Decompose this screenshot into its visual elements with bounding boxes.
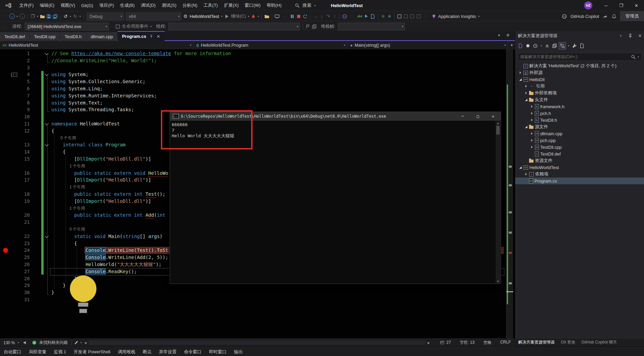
application-insights-icon[interactable] — [431, 13, 437, 20]
track-changes-pen-icon[interactable] — [73, 339, 79, 346]
nav-forward-icon[interactable]: → — [20, 14, 25, 19]
tab-testdll-cpp[interactable]: TestDll.cpp — [30, 32, 60, 41]
pause-icon[interactable] — [289, 13, 295, 20]
panel-menu-chevron-icon[interactable]: ▾ — [619, 34, 622, 38]
document-options-gear-icon[interactable]: ⚙ — [506, 33, 509, 38]
codelens-references[interactable]: 0 个引用 — [51, 135, 76, 142]
zoom-combo[interactable]: 130 %▾ — [3, 340, 20, 345]
expanded-arrow-icon[interactable] — [524, 99, 529, 101]
github-copilot-icon[interactable] — [561, 13, 568, 20]
restore-button[interactable]: ❐ — [614, 0, 629, 11]
solution-search-box[interactable]: ▾ — [518, 53, 642, 61]
chevron-down-icon[interactable]: ▾ — [477, 15, 480, 18]
application-insights-label[interactable]: Application Insights — [438, 14, 476, 19]
nav-combo-1[interactable]: {}HelloWorldTest.Program▾ — [194, 41, 348, 49]
chevron-down-icon[interactable]: ▾ — [78, 15, 82, 18]
collapsed-arrow-icon[interactable] — [529, 139, 534, 142]
tree-item[interactable]: ++pch.cpp — [515, 137, 644, 144]
thread-combo[interactable]: ▾ — [168, 23, 300, 30]
collapsed-arrow-icon[interactable] — [529, 132, 534, 135]
collapsed-arrow-icon[interactable] — [518, 71, 523, 74]
collapsed-arrow-icon[interactable] — [529, 119, 534, 121]
fold-chevron-icon[interactable] — [45, 121, 48, 125]
open-folder-icon[interactable] — [39, 13, 46, 20]
tool-window-tab[interactable]: 断点 — [139, 348, 155, 356]
menu-item[interactable]: 窗口(W) — [242, 0, 264, 11]
lifecycle-events-icon[interactable] — [115, 23, 121, 30]
panel-tab[interactable]: 解决方案资源管理器 — [515, 339, 558, 345]
expanded-arrow-icon[interactable] — [518, 78, 523, 81]
tab-testdll-def[interactable]: TestDll.def — [0, 32, 29, 41]
timeline-icon[interactable] — [532, 43, 539, 49]
tab-close-icon[interactable]: ✕ — [157, 34, 160, 39]
clear-bookmarks-icon[interactable] — [415, 13, 422, 20]
show-next-statement-icon[interactable]: → — [312, 13, 318, 20]
fold-chevron-icon[interactable] — [45, 234, 48, 238]
continue-icon[interactable] — [223, 13, 230, 20]
tool-window-tab[interactable]: 局部变量 — [25, 348, 50, 356]
bookmark-icon[interactable] — [396, 13, 403, 20]
break-all-icon[interactable] — [274, 13, 280, 20]
step-out-icon[interactable]: ↑ — [331, 13, 338, 20]
step-over-icon[interactable]: ↷ — [325, 13, 331, 20]
hot-reload-icon[interactable] — [250, 13, 257, 20]
tree-item[interactable]: ▫▫引用 — [515, 83, 644, 90]
restart-icon[interactable] — [302, 13, 308, 20]
editor-scrollbar[interactable] — [506, 49, 513, 338]
codelens-references[interactable]: 1 个引用 — [51, 163, 85, 170]
format-document-icon[interactable]: ≡ — [386, 13, 392, 20]
menu-item[interactable]: 项目(P) — [96, 0, 117, 11]
menu-item[interactable]: 编辑(E) — [37, 0, 57, 11]
collapsed-arrow-icon[interactable] — [524, 173, 529, 175]
code-editor[interactable]: 1// See https://aka.ms/new-console-templ… — [0, 49, 515, 338]
expanded-arrow-icon[interactable] — [518, 166, 523, 169]
tree-item[interactable]: ≡TestDll.def — [515, 150, 644, 157]
switch-views-icon[interactable] — [517, 43, 524, 49]
tree-item[interactable]: ++dllmain.cpp — [515, 130, 644, 137]
doc-sync-icon[interactable] — [369, 13, 376, 20]
user-avatar[interactable]: HZ — [584, 1, 592, 9]
quick-actions-lightbulb-icon[interactable] — [32, 269, 38, 274]
chevron-down-icon[interactable]: ▾ — [220, 15, 223, 18]
chevron-down-icon[interactable]: ▾ — [36, 15, 39, 18]
menu-item[interactable]: 调试(D) — [138, 0, 159, 11]
prev-bookmark-icon[interactable] — [403, 13, 409, 20]
tab-program-cs[interactable]: Program.cs✕ — [118, 31, 165, 41]
tree-item[interactable]: 头文件 — [515, 96, 644, 103]
menu-item[interactable]: 分析(N) — [180, 0, 200, 11]
collapse-all-icon[interactable] — [544, 43, 550, 49]
chevron-down-icon[interactable]: ▾ — [540, 44, 543, 47]
share-icon[interactable] — [602, 13, 608, 20]
chevron-down-icon[interactable]: ▾ — [69, 15, 72, 18]
notifications-bell-icon[interactable] — [611, 13, 617, 20]
continue-label[interactable]: 继续(C) — [231, 13, 246, 19]
menu-item[interactable]: 工具(T) — [200, 0, 221, 11]
console-minimize-button[interactable]: ─ — [455, 112, 470, 121]
pin-icon[interactable] — [627, 33, 634, 39]
chevron-down-icon[interactable]: ▾ — [567, 44, 570, 47]
sort-lines-icon[interactable]: ≡ — [380, 13, 386, 20]
pointer-mode-icon[interactable] — [363, 13, 369, 20]
close-button[interactable]: ✕ — [629, 0, 644, 11]
chevron-down-icon[interactable]: ▾ — [16, 15, 19, 18]
tool-window-tab[interactable]: 异常设置 — [155, 348, 180, 356]
tree-item[interactable]: C#HelloWorldTest — [515, 164, 644, 171]
panel-tab[interactable]: GitHub Copilot 聊天 — [578, 339, 620, 345]
apply-code-changes-icon[interactable] — [264, 13, 270, 20]
tool-window-tab[interactable]: 命令窗口 — [180, 348, 205, 356]
tree-item[interactable]: hTestDll.h — [515, 117, 644, 123]
menu-item[interactable]: 生成(B) — [117, 0, 138, 11]
panel-close-icon[interactable]: ✕ — [638, 33, 642, 38]
lifecycle-events-label[interactable]: 生命周期事件 — [122, 23, 148, 29]
collapsed-arrow-icon[interactable] — [524, 85, 529, 88]
tool-window-tab[interactable]: 自动窗口 — [0, 348, 25, 356]
nav-back-icon[interactable]: ← — [9, 14, 15, 19]
collapsed-arrow-icon[interactable] — [529, 146, 534, 148]
nav-chevron-icon[interactable]: ▾ — [511, 43, 513, 47]
nav-combo-0[interactable]: C#HelloWorldTest▾ — [0, 41, 194, 49]
breakpoint-icon[interactable] — [3, 248, 8, 253]
properties-icon[interactable] — [571, 43, 578, 49]
tree-item[interactable]: 源文件 — [515, 123, 644, 130]
solution-configuration-combo[interactable]: Debug▾ — [87, 13, 124, 20]
save-icon[interactable] — [46, 13, 52, 20]
